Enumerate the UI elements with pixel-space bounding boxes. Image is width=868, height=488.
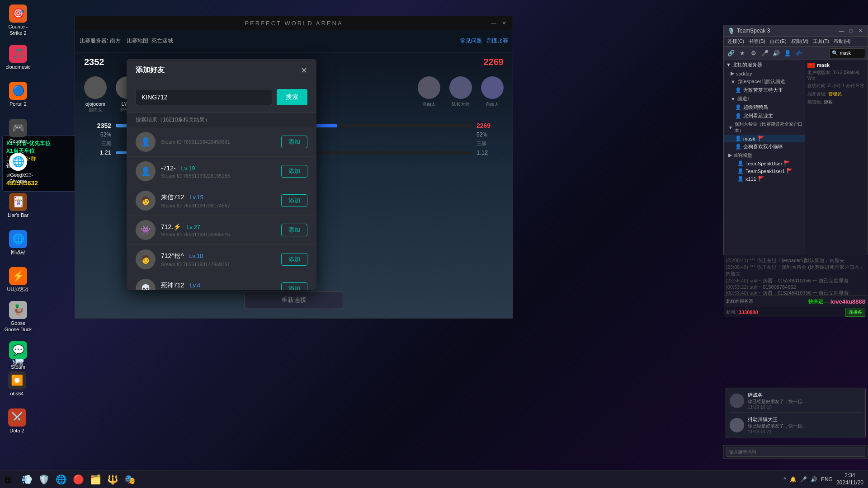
search-result-item: 🧑 712^松^ Lv.10 Steam ID 7656119814796935… (127, 245, 316, 274)
taskbar-unknown3-icon[interactable]: 🔱 (104, 471, 121, 488)
result-steamid: Steam ID 76561199739174567 (161, 203, 276, 208)
friend-search-input[interactable] (136, 89, 272, 105)
taskbar-clock: 2:34 2024/11/20 (836, 472, 863, 486)
add-friend-button[interactable]: 添加 (281, 194, 307, 207)
add-friend-dialog: 添加好友 ✕ 搜索 搜索结果（16210条相关结果） 👤 Steam ID 76… (127, 59, 316, 290)
result-steamid: Steam ID 76561199228135155 (161, 173, 276, 178)
tray-lang-indicator[interactable]: ENG (821, 476, 833, 483)
add-friend-button[interactable]: 添加 (281, 282, 307, 290)
search-results-list: 👤 Steam ID 76561198426453661 添加 👤 -712- … (127, 127, 316, 290)
search-results-header: 搜索结果（16210条相关结果） (127, 113, 316, 127)
clock-time: 2:34 (836, 472, 863, 479)
add-friend-button[interactable]: 添加 (281, 224, 307, 236)
clock-date: 2024/11/20 (836, 479, 863, 487)
tray-chevron-icon[interactable]: ^ (783, 476, 786, 483)
taskbar-unknown4-icon[interactable]: 🎭 (122, 471, 138, 488)
result-info: 712.⚡ Lv.27 Steam ID 76561198130865515 (161, 223, 276, 237)
dialog-overlay: 添加好友 ✕ 搜索 搜索结果（16210条相关结果） 👤 Steam ID 76… (0, 0, 868, 488)
taskbar-anticheat-icon[interactable]: 🛡️ (36, 471, 52, 488)
taskbar-system-tray: ^ 🔔 🎤 🔊 ENG 2:34 2024/11/20 (783, 472, 868, 486)
result-avatar: 🧑 (136, 191, 156, 211)
result-avatar: 👤 (136, 161, 156, 181)
tray-volume-icon[interactable]: 🔊 (811, 476, 817, 483)
result-name: 712.⚡ Lv.27 (161, 223, 276, 230)
result-info: 死神712 Lv.4 Steam ID 76561199554873656 (161, 282, 276, 291)
search-result-item: 👾 712.⚡ Lv.27 Steam ID 76561198130865515… (127, 216, 316, 245)
close-dialog-button[interactable]: ✕ (301, 66, 307, 75)
start-button[interactable]: ⊞ (0, 471, 16, 488)
tray-mic-icon[interactable]: 🎤 (800, 476, 807, 483)
add-friend-button[interactable]: 添加 (281, 253, 307, 266)
windows-logo-icon: ⊞ (5, 474, 12, 485)
taskbar-pinned-icons: 💨 🛡️ 🌐 🔴 🗂️ 🔱 🎭 (16, 471, 140, 488)
desktop: 🎯 Counter-Strike 2 🎵 cloudmusic 🔵 Portal… (0, 0, 868, 488)
result-steamid: Steam ID 76561198130865515 (161, 232, 276, 237)
add-friend-button[interactable]: 添加 (281, 165, 307, 178)
dialog-search: 搜索 (127, 82, 316, 113)
taskbar: ⊞ 💨 🛡️ 🌐 🔴 🗂️ 🔱 🎭 ^ 🔔 🎤 🔊 ENG 2:34 2024/… (0, 470, 868, 488)
result-info: 712^松^ Lv.10 Steam ID 76561198147969351 (161, 252, 276, 267)
taskbar-unknown1-icon[interactable]: 🔴 (70, 471, 86, 488)
taskbar-browser-icon[interactable]: 🌐 (53, 471, 69, 488)
result-name: 712^松^ Lv.10 (161, 252, 276, 260)
search-friend-button[interactable]: 搜索 (277, 89, 307, 105)
result-avatar: 💀 (136, 279, 156, 290)
search-result-item: 👤 -712- Lv.19 Steam ID 76561199228135155… (127, 157, 316, 186)
add-friend-button[interactable]: 添加 (281, 136, 307, 148)
tray-bell-icon[interactable]: 🔔 (790, 476, 797, 483)
result-name: -712- Lv.19 (161, 164, 276, 172)
dialog-title: 添加好友 (136, 66, 165, 75)
result-avatar: 👤 (136, 132, 156, 152)
search-result-item: 👤 Steam ID 76561198426453661 添加 (127, 127, 316, 157)
search-result-item: 💀 死神712 Lv.4 Steam ID 76561199554873656 … (127, 274, 316, 290)
result-steamid: Steam ID 76561198426453661 (161, 139, 276, 145)
result-avatar: 👾 (136, 220, 156, 240)
taskbar-unknown2-icon[interactable]: 🗂️ (87, 471, 104, 488)
search-result-item: 🧑 来信712 Lv.15 Steam ID 76561199739174567… (127, 186, 316, 216)
result-info: -712- Lv.19 Steam ID 76561199228135155 (161, 164, 276, 178)
result-name: 死神712 Lv.4 (161, 282, 276, 290)
result-steamid: Steam ID 76561198147969351 (161, 262, 276, 267)
result-info: Steam ID 76561198426453661 (161, 139, 276, 145)
taskbar-steam-icon[interactable]: 💨 (19, 471, 35, 488)
result-avatar: 🧑 (136, 249, 156, 269)
dialog-header: 添加好友 ✕ (127, 59, 316, 82)
result-info: 来信712 Lv.15 Steam ID 76561199739174567 (161, 193, 276, 208)
result-name: 来信712 Lv.15 (161, 193, 276, 202)
